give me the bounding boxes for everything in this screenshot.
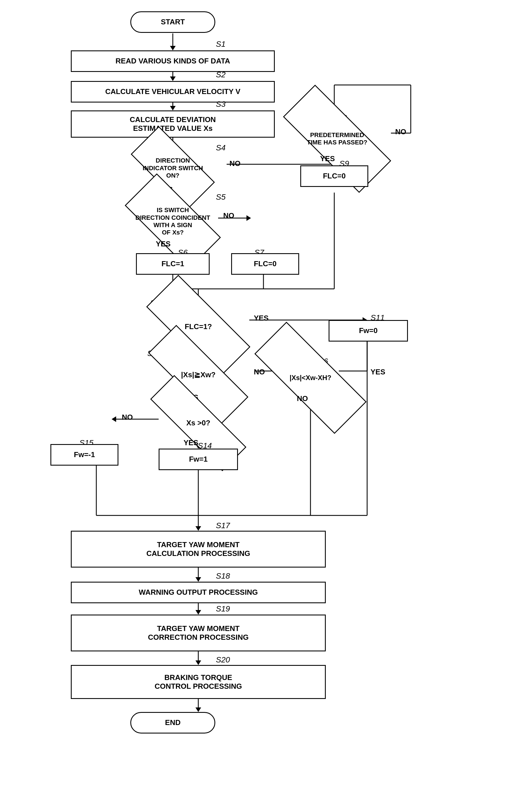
s4-step-label: S4 [216,143,226,152]
s19-node: TARGET YAW MOMENT CORRECTION PROCESSING [71,615,326,651]
s16-yes-label: YES [370,368,385,377]
s9-label: FLC=0 [323,172,346,180]
s19-step-label: S19 [216,604,230,613]
svg-marker-5 [170,106,176,111]
s14-label: Fw=1 [189,455,208,464]
s13-no-label: NO [122,413,133,422]
s17-node: TARGET YAW MOMENT CALCULATION PROCESSING [71,531,326,567]
s15-label: Fw=-1 [74,450,95,459]
s11-node: Fw=0 [329,320,408,342]
s13-yes-label: YES [184,438,198,447]
s1-node: READ VARIOUS KINDS OF DATA [71,51,275,72]
svg-marker-16 [246,215,251,221]
flowchart: START S1 READ VARIOUS KINDS OF DATA S2 C… [0,0,532,791]
svg-marker-49 [195,526,201,531]
s5-no-label: NO [223,211,234,220]
s16-label: |Xs|<Xw-XH? [289,374,331,382]
s20-node: BRAKING TORQUE CONTROL PROCESSING [71,665,326,699]
s4-label: DIRECTION INDICATOR SWITCH ON? [142,157,203,179]
s5-diamond-container: IS SWITCH DIRECTION COINCIDENT WITH A SI… [128,199,218,244]
s19-label: TARGET YAW MOMENT CORRECTION PROCESSING [148,624,248,642]
s8-label: PREDETERMINED TIME HAS PASSED? [307,131,367,147]
s11-label: Fw=0 [359,326,378,335]
s20-step-label: S20 [216,655,230,664]
s4-no-label: NO [229,159,241,168]
s20-label: BRAKING TORQUE CONTROL PROCESSING [155,673,242,691]
s18-node: WARNING OUTPUT PROCESSING [71,582,326,603]
s4-diamond-container: DIRECTION INDICATOR SWITCH ON? [133,149,212,188]
s14-node: Fw=1 [159,449,238,470]
s10-label: FLC=1? [185,322,212,331]
end-label: END [165,718,181,727]
s8-no-label: NO [395,128,406,136]
start-label: START [161,18,185,26]
s13-label: Xs >0? [186,419,210,427]
s8-diamond-container: PREDETERMINED TIME HAS PASSED? [283,116,391,161]
s13-diamond-container: Xs >0? [147,406,249,440]
s7-node: FLC=0 [231,253,299,275]
s10-yes-label: YES [254,314,269,323]
s1-step-label: S1 [216,40,226,49]
s1-label: READ VARIOUS KINDS OF DATA [116,57,230,65]
s16-diamond-container: |Xs|<Xw-XH? [254,355,367,401]
start-node: START [130,11,215,33]
s9-node: FLC=0 [300,166,368,187]
s17-label: TARGET YAW MOMENT CALCULATION PROCESSING [147,540,250,558]
s16-no-label: NO [297,394,308,403]
s2-node: CALCULATE VEHICULAR VELOCITY V [71,81,275,102]
s8-yes-label: YES [320,154,335,163]
svg-marker-57 [195,708,201,712]
svg-marker-51 [195,577,201,582]
s18-step-label: S18 [216,572,230,581]
s17-step-label: S17 [216,521,230,530]
s3-label: CALCULATE DEVIATION ESTIMATED VALUE Xs [130,115,216,133]
svg-marker-3 [170,76,176,81]
s3-step-label: S3 [216,100,226,109]
s6-label: FLC=1 [162,259,184,268]
s3-node: CALCULATE DEVIATION ESTIMATED VALUE Xs [71,111,275,138]
s18-label: WARNING OUTPUT PROCESSING [139,588,258,597]
s2-label: CALCULATE VEHICULAR VELOCITY V [105,87,240,96]
s15-node: Fw=-1 [51,444,118,466]
svg-marker-40 [112,416,116,422]
s5-yes-label: YES [156,239,171,248]
svg-marker-53 [195,610,201,615]
svg-marker-1 [170,46,176,51]
s7-label: FLC=0 [254,259,277,268]
end-node: END [130,712,215,734]
s2-step-label: S2 [216,70,226,79]
s12-label: |Xs|≧Xw? [181,370,215,379]
svg-marker-55 [195,660,201,665]
s5-label: IS SWITCH DIRECTION COINCIDENT WITH A SI… [135,207,210,236]
s6-node: FLC=1 [136,253,210,275]
